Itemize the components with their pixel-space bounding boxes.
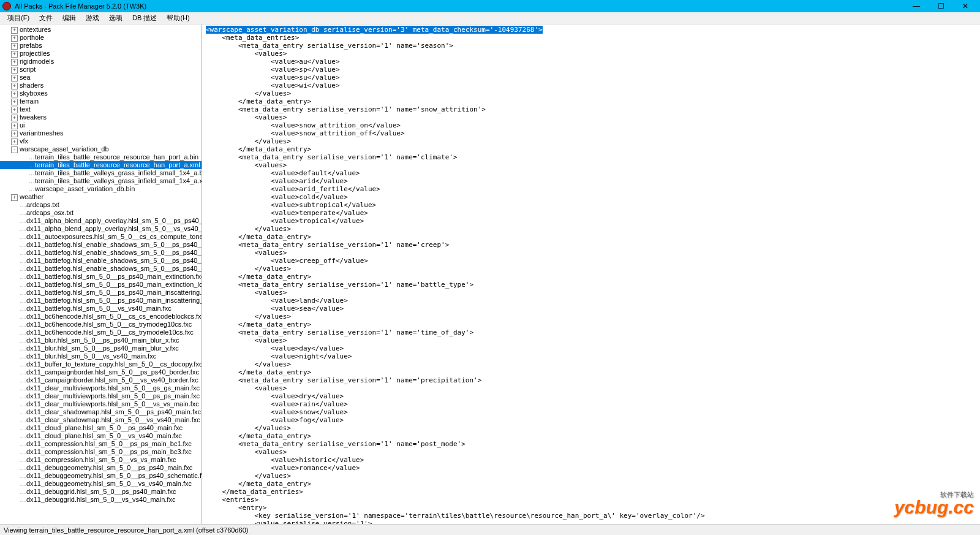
tree-node[interactable]: +tweakers xyxy=(0,113,202,121)
tree-node[interactable]: +rigidmodels xyxy=(0,58,202,66)
tree-node[interactable]: …dx11_blur.hlsl_sm_5_0__ps_ps40_main_blu… xyxy=(0,336,202,344)
tree-node[interactable]: +weather xyxy=(0,193,202,201)
expand-icon[interactable]: + xyxy=(11,35,18,42)
expand-icon[interactable]: + xyxy=(11,138,18,145)
tree-node[interactable]: …dx11_autoexposurecs.hlsl_sm_5_0__cs_cs_… xyxy=(0,233,202,241)
tree-node[interactable]: …terrain_tiles_battle_valleys_grass_infi… xyxy=(0,169,202,177)
tree-node[interactable]: …dx11_debuggeometry.hlsl_sm_5_0__ps_ps40… xyxy=(0,472,202,480)
expand-icon[interactable]: + xyxy=(11,27,18,34)
menu-item[interactable]: DB 描述 xyxy=(127,13,162,23)
tree-node[interactable]: -warscape_asset_variation_db xyxy=(0,145,202,153)
tree-label: dx11_battlefog.hlsl_sm_5_0__vs_vs40_main… xyxy=(26,305,172,312)
menu-item[interactable]: 游戏 xyxy=(81,13,104,23)
tree-label: sea xyxy=(20,74,31,81)
tree-node[interactable]: …dx11_clear_multiviewports.hlsl_sm_5_0__… xyxy=(0,384,202,392)
expand-icon[interactable]: + xyxy=(11,75,18,82)
tree-label: ui xyxy=(20,121,25,129)
tree-node[interactable]: …dx11_battlefog.hlsl_sm_5_0__ps_ps40_mai… xyxy=(0,281,202,289)
tree-node[interactable]: …dx11_debuggrid.hlsl_sm_5_0__vs_vs40_mai… xyxy=(0,496,202,504)
menu-item[interactable]: 帮助(H) xyxy=(162,13,194,23)
tree-panel[interactable]: +ontextures+porthole+prefabs+projectiles… xyxy=(0,25,202,524)
status-bar: Viewing terrain_tiles_battle_resource_re… xyxy=(0,524,980,535)
expand-icon[interactable]: + xyxy=(11,131,18,137)
tree-node[interactable]: …dx11_debuggrid.hlsl_sm_5_0__ps_ps40_mai… xyxy=(0,488,202,496)
close-button[interactable]: ✕ xyxy=(953,2,978,10)
tree-node[interactable]: …dx11_clear_multiviewports.hlsl_sm_5_0__… xyxy=(0,400,202,408)
tree-node[interactable]: …dx11_battlefog.hlsl_sm_5_0__ps_ps40_mai… xyxy=(0,289,202,297)
tree-label: dx11_compression.hlsl_sm_5_0__vs_vs_main… xyxy=(26,456,176,463)
tree-node[interactable]: …dx11_battlefog.hlsl_enable_shadows_sm_5… xyxy=(0,257,202,265)
expand-icon[interactable]: - xyxy=(11,146,18,153)
tree-node[interactable]: +projectiles xyxy=(0,50,202,58)
tree-node[interactable]: …dx11_cloud_plane.hlsl_sm_5_0__ps_ps40_m… xyxy=(0,424,202,432)
tree-node[interactable]: +ontextures xyxy=(0,26,202,34)
tree-node[interactable]: +sea xyxy=(0,74,202,82)
tree-node[interactable]: …dx11_campaignborder.hlsl_sm_5_0__ps_ps4… xyxy=(0,368,202,376)
tree-node[interactable]: …dx11_clear_shadowmap.hlsl_sm_5_0__vs_vs… xyxy=(0,416,202,424)
tree-node[interactable]: …dx11_alpha_blend_apply_overlay.hlsl_sm_… xyxy=(0,225,202,233)
tree-node[interactable]: …dx11_blur.hlsl_sm_5_0__ps_ps40_main_blu… xyxy=(0,344,202,352)
menu-item[interactable]: 选项 xyxy=(104,13,127,23)
expand-icon[interactable]: + xyxy=(11,123,18,129)
tree-node[interactable]: +ui xyxy=(0,121,202,129)
expand-icon[interactable]: + xyxy=(11,107,18,113)
tree-node[interactable]: +variantmeshes xyxy=(0,129,202,137)
expand-icon[interactable]: + xyxy=(11,99,18,105)
tree-node[interactable]: …dx11_compression.hlsl_sm_5_0__vs_vs_mai… xyxy=(0,456,202,464)
tree-node[interactable]: …dx11_clear_shadowmap.hlsl_sm_5_0__ps_ps… xyxy=(0,408,202,416)
tree-label: dx11_compression.hlsl_sm_5_0__ps_ps_main… xyxy=(26,448,192,455)
expand-icon[interactable]: + xyxy=(11,115,18,121)
tree-node[interactable]: …dx11_bc6hencode.hlsl_sm_5_0__cs_trymode… xyxy=(0,328,202,336)
tree-node[interactable]: …warscape_asset_variation_db.bin xyxy=(0,185,202,193)
tree-node[interactable]: +terrain xyxy=(0,97,202,105)
tree-node[interactable]: …dx11_battlefog.hlsl_sm_5_0__ps_ps40_mai… xyxy=(0,297,202,305)
tree-node[interactable]: +prefabs xyxy=(0,42,202,50)
tree-node[interactable]: …dx11_debuggeometry.hlsl_sm_5_0__vs_vs40… xyxy=(0,480,202,488)
expand-icon[interactable]: + xyxy=(11,194,18,201)
tree-node[interactable]: …dx11_blur.hlsl_sm_5_0__vs_vs40_main.fxc xyxy=(0,352,202,360)
expand-icon[interactable]: + xyxy=(11,67,18,74)
minimize-button[interactable]: — xyxy=(904,2,929,10)
tree-label: dx11_blur.hlsl_sm_5_0__ps_ps40_main_blur… xyxy=(26,336,179,344)
tree-node[interactable]: +text xyxy=(0,105,202,113)
tree-node[interactable]: …dx11_compression.hlsl_sm_5_0__ps_ps_mai… xyxy=(0,448,202,456)
tree-node[interactable]: …dx11_bc6hencode.hlsl_sm_5_0__cs_trymode… xyxy=(0,321,202,328)
tree-node[interactable]: +shaders xyxy=(0,82,202,89)
expand-icon[interactable]: + xyxy=(11,91,18,97)
expand-icon[interactable]: + xyxy=(11,51,18,58)
tree-node[interactable]: …ardcaps.txt xyxy=(0,201,202,209)
tree-node[interactable]: …dx11_debuggeometry.hlsl_sm_5_0__ps_ps40… xyxy=(0,464,202,472)
menu-item[interactable]: 文件 xyxy=(34,13,58,23)
tree-node[interactable]: …terrain_tiles_battle_valleys_grass_infi… xyxy=(0,177,202,185)
tree-node[interactable]: …dx11_battlefog.hlsl_enable_shadows_sm_5… xyxy=(0,241,202,249)
tree-node[interactable]: …dx11_bc6hencode.hlsl_sm_5_0__cs_cs_enco… xyxy=(0,313,202,321)
tree-label: porthole xyxy=(20,34,44,41)
xml-line-selected[interactable]: <warscape_asset_variation_db serialise_v… xyxy=(206,26,543,34)
tree-node[interactable]: …terrain_tiles_battle_resource_resource_… xyxy=(0,161,202,169)
tree-node[interactable]: +porthole xyxy=(0,34,202,42)
tree-node[interactable]: …terrain_tiles_battle_resource_resource_… xyxy=(0,153,202,161)
tree-node[interactable]: …dx11_alpha_blend_apply_overlay.hlsl_sm_… xyxy=(0,217,202,225)
tree-node[interactable]: …dx11_compression.hlsl_sm_5_0__ps_ps_mai… xyxy=(0,440,202,448)
tree-label: dx11_autoexposurecs.hlsl_sm_5_0__cs_cs_c… xyxy=(26,233,202,240)
tree-node[interactable]: …dx11_clear_multiviewports.hlsl_sm_5_0__… xyxy=(0,392,202,400)
tree-node[interactable]: …dx11_battlefog.hlsl_enable_shadows_sm_5… xyxy=(0,249,202,257)
tree-node[interactable]: …dx11_battlefog.hlsl_sm_5_0__vs_vs40_mai… xyxy=(0,305,202,313)
tree-node[interactable]: +vfx xyxy=(0,137,202,145)
expand-icon[interactable]: + xyxy=(11,83,18,89)
tree-node[interactable]: …dx11_buffer_to_texture_copy.hlsl_sm_5_0… xyxy=(0,360,202,368)
tree-label: dx11_debuggeometry.hlsl_sm_5_0__ps_ps40_… xyxy=(26,464,192,471)
tree-node[interactable]: …ardcaps_osx.txt xyxy=(0,209,202,217)
expand-icon[interactable]: + xyxy=(11,43,18,50)
tree-node[interactable]: +skyboxes xyxy=(0,89,202,97)
tree-node[interactable]: …dx11_campaignborder.hlsl_sm_5_0__vs_vs4… xyxy=(0,376,202,384)
tree-node[interactable]: …dx11_cloud_plane.hlsl_sm_5_0__vs_vs40_m… xyxy=(0,432,202,440)
menu-item[interactable]: 编辑 xyxy=(58,13,81,23)
menu-item[interactable]: 项目(F) xyxy=(2,13,34,23)
tree-node[interactable]: +script xyxy=(0,66,202,74)
maximize-button[interactable]: ☐ xyxy=(929,2,953,10)
expand-icon[interactable]: + xyxy=(11,59,18,66)
tree-node[interactable]: …dx11_battlefog.hlsl_sm_5_0__ps_ps40_mai… xyxy=(0,273,202,281)
content-panel[interactable]: <warscape_asset_variation_db serialise_v… xyxy=(202,25,980,524)
tree-node[interactable]: …dx11_battlefog.hlsl_enable_shadows_sm_5… xyxy=(0,265,202,273)
